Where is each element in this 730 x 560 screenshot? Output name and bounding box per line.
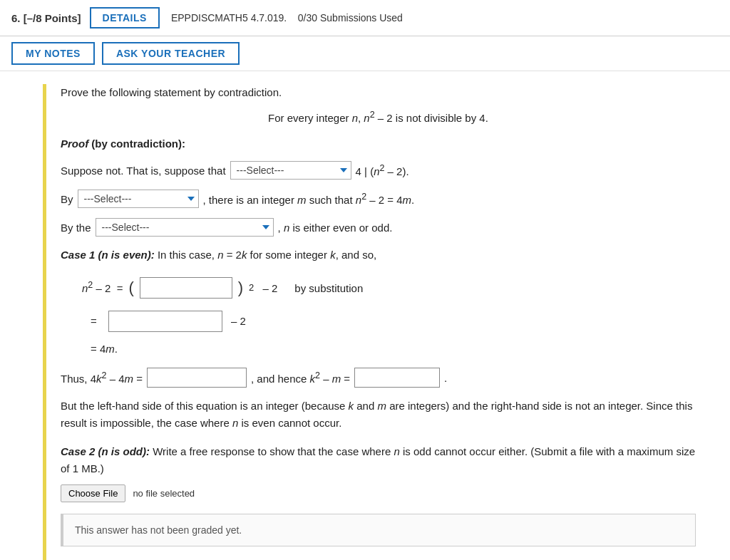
by-the-text: By the: [61, 222, 91, 234]
problem-info: EPPDISCMATH5 4.7.019. 0/30 Submissions U…: [171, 12, 403, 24]
case2-heading: Case 2 (n is odd): Write a free response…: [61, 443, 696, 477]
problem-content: Prove the following statement by contrad…: [43, 84, 696, 560]
substitution-input-2[interactable]: [108, 311, 222, 332]
by-text-after: , there is an integer m such that n2 – 2…: [203, 192, 415, 206]
thus-row: Thus, 4k2 – 4m = , and hence k2 – m = .: [61, 368, 696, 388]
graded-box: This answer has not been graded yet.: [61, 514, 696, 546]
by-text: By: [61, 193, 73, 205]
impossible-text: But the left-hand side of this equation …: [61, 398, 696, 432]
suppose-row: Suppose not. That is, suppose that ---Se…: [61, 161, 696, 180]
prove-text: Prove the following statement by contrad…: [61, 84, 696, 101]
top-bar: 6. [–/8 Points] DETAILS EPPDISCMATH5 4.7…: [0, 0, 730, 36]
case1-heading: Case 1 (n is even): In this case, n = 2k…: [61, 247, 696, 264]
math-line-3: = 4m.: [82, 337, 696, 361]
proof-heading: Proof (by contradiction):: [61, 135, 696, 152]
second-bar: MY NOTES ASK YOUR TEACHER: [0, 36, 730, 71]
points-label: 6. [–/8 Points]: [11, 12, 81, 24]
by-the-text-after: , n is either even or odd.: [278, 222, 393, 234]
choose-file-row: Choose File no file selected: [61, 484, 696, 502]
graded-text: This answer has not been graded yet.: [75, 524, 242, 536]
by-select[interactable]: ---Select---: [78, 190, 199, 208]
math-line-2: = – 2: [82, 309, 696, 333]
details-button[interactable]: DETAILS: [90, 7, 160, 28]
suppose-select[interactable]: ---Select---: [230, 161, 351, 180]
thus-input-1[interactable]: [147, 368, 247, 388]
choose-file-button[interactable]: Choose File: [61, 484, 125, 502]
by-row: By ---Select--- , there is an integer m …: [61, 190, 696, 208]
by-the-select-wrapper[interactable]: ---Select---: [96, 218, 274, 237]
statement: For every integer n, n2 – 2 is not divis…: [61, 110, 696, 124]
suppose-text-before: Suppose not. That is, suppose that: [61, 165, 226, 177]
by-the-row: By the ---Select--- , n is either even o…: [61, 218, 696, 237]
math-line-1: n2 – 2 = ( ) 2 – 2 by substitution: [82, 271, 696, 305]
ask-teacher-button[interactable]: ASK YOUR TEACHER: [102, 42, 240, 65]
math-block: n2 – 2 = ( ) 2 – 2 by substitution = – 2…: [82, 271, 696, 361]
suppose-select-wrapper[interactable]: ---Select---: [230, 161, 351, 180]
thus-input-2[interactable]: [354, 368, 440, 388]
my-notes-button[interactable]: MY NOTES: [11, 42, 95, 65]
by-select-wrapper[interactable]: ---Select---: [78, 190, 199, 208]
by-the-select[interactable]: ---Select---: [96, 218, 274, 237]
no-file-text: no file selected: [133, 488, 195, 499]
suppose-text-after: 4 | (n2 – 2).: [356, 163, 409, 177]
substitution-input-1[interactable]: [140, 277, 232, 299]
